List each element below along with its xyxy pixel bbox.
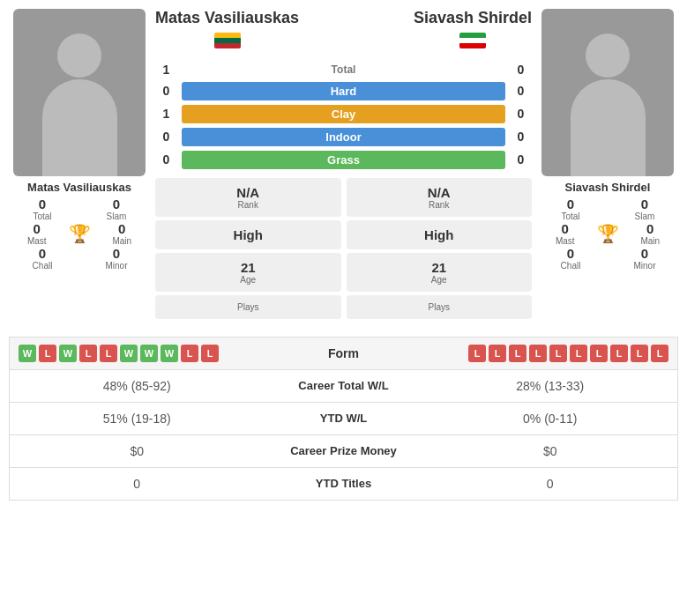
right-center-name: Siavash Shirdel xyxy=(414,9,532,28)
left-center-name: Matas Vasiliauskas xyxy=(155,9,299,28)
right-total-label: Total xyxy=(561,212,579,221)
right-sil-head xyxy=(586,33,630,78)
indoor-right-count: 0 xyxy=(510,130,532,144)
right-stat-main: 0 Main xyxy=(623,221,679,246)
left-level-panel: High xyxy=(155,220,341,249)
left-form-l4: L xyxy=(181,345,198,362)
right-form-l9: L xyxy=(631,345,648,362)
hard-right-count: 0 xyxy=(510,84,532,98)
right-info-panels: N/A Rank High 21 Age Plays xyxy=(347,178,533,319)
right-trophy-icon: 🏆 xyxy=(597,223,619,244)
right-form-l5: L xyxy=(549,345,567,362)
info-panels-row: N/A Rank High 21 Age Plays xyxy=(155,178,532,319)
right-chall-value: 0 xyxy=(567,246,574,261)
total-line: 1 Total 0 xyxy=(155,63,532,77)
left-total-count: 1 xyxy=(155,63,177,77)
right-level-value: High xyxy=(351,227,528,242)
left-mast-label: Mast xyxy=(27,236,47,246)
left-stat-mast: 0 Mast xyxy=(9,221,65,246)
right-player-name: Siavash Shirdel xyxy=(565,181,651,194)
right-mast-label: Mast xyxy=(556,236,575,246)
right-flag xyxy=(459,31,486,54)
left-form-l2: L xyxy=(79,345,97,362)
left-total-label: Total xyxy=(33,212,51,221)
left-plays-value: Plays xyxy=(160,302,337,312)
names-top-row: Matas Vasiliauskas Siavash Shirdel xyxy=(155,9,532,57)
hard-left-count: 0 xyxy=(155,84,177,98)
left-form-w4: W xyxy=(140,345,158,362)
left-player-section: Matas Vasiliauskas 0 Total 0 Slam 0 Mast… xyxy=(9,9,150,271)
career-total-left: 48% (85-92) xyxy=(19,379,256,393)
left-info-panels: N/A Rank High 21 Age Plays xyxy=(155,178,341,319)
left-minor-value: 0 xyxy=(113,246,120,261)
right-player-stats: 0 Total 0 Slam xyxy=(537,197,678,221)
right-stat-minor: 0 Minor xyxy=(611,246,678,271)
hard-badge: Hard xyxy=(182,82,505,100)
right-rank-label: Rank xyxy=(351,200,528,210)
ytd-titles-label: YTD Titles xyxy=(256,477,432,490)
ytd-titles-left: 0 xyxy=(19,477,256,491)
right-form-l4: L xyxy=(529,345,547,362)
left-trophy-icon: 🏆 xyxy=(69,223,91,244)
ir-flag-white xyxy=(459,38,486,43)
prize-money-left: $0 xyxy=(19,444,256,458)
prize-money-label: Career Prize Money xyxy=(256,444,432,457)
right-name-flag: Siavash Shirdel xyxy=(414,9,532,54)
surface-row-hard: 0 Hard 0 xyxy=(155,82,532,100)
right-main-value: 0 xyxy=(646,221,653,236)
surface-row-clay: 1 Clay 0 xyxy=(155,105,532,123)
right-total-value: 0 xyxy=(567,197,574,212)
right-form-l6: L xyxy=(570,345,587,362)
right-plays-panel: Plays xyxy=(347,295,533,319)
career-total-right: 28% (13-33) xyxy=(432,379,669,393)
right-age-label: Age xyxy=(351,275,528,285)
right-trophy-row: 0 Mast 🏆 0 Main xyxy=(537,221,678,246)
right-bottom-stats: 0 Chall 0 Minor xyxy=(537,246,678,271)
ytd-wl-left: 51% (19-18) xyxy=(19,412,256,426)
grass-left-count: 0 xyxy=(155,152,177,167)
stat-row-ytd-wl: 51% (19-18) YTD W/L 0% (0-11) xyxy=(10,403,677,435)
right-form-l7: L xyxy=(590,345,608,362)
left-stat-main: 0 Main xyxy=(94,221,151,246)
clay-left-count: 1 xyxy=(155,107,177,121)
right-slam-value: 0 xyxy=(641,197,648,212)
stat-row-prize-money: $0 Career Prize Money $0 xyxy=(10,435,677,468)
left-stat-total: 0 Total xyxy=(9,197,76,221)
right-rank-panel: N/A Rank xyxy=(347,178,533,217)
right-main-label: Main xyxy=(640,236,660,246)
right-rank-value: N/A xyxy=(351,185,528,200)
right-form-l1: L xyxy=(468,345,486,362)
grass-right-count: 0 xyxy=(510,152,532,167)
indoor-badge: Indoor xyxy=(182,128,505,146)
right-form-l10: L xyxy=(651,345,668,362)
clay-badge: Clay xyxy=(182,105,505,123)
left-name-flag: Matas Vasiliauskas xyxy=(155,9,299,54)
stat-row-ytd-titles: 0 YTD Titles 0 xyxy=(10,468,677,500)
right-level-panel: High xyxy=(347,220,533,249)
right-form-l3: L xyxy=(509,345,526,362)
surface-table: 0 Hard 0 1 Clay 0 0 Indoor 0 0 Grass xyxy=(155,82,532,169)
indoor-left-count: 0 xyxy=(155,130,177,144)
left-sil-body xyxy=(42,79,117,176)
center-column: Matas Vasiliauskas Siavash Shirdel xyxy=(155,9,532,319)
right-stat-total: 0 Total xyxy=(537,197,604,221)
grass-badge: Grass xyxy=(182,151,505,169)
left-slam-value: 0 xyxy=(113,197,120,212)
left-player-avatar xyxy=(13,9,146,176)
left-form-w3: W xyxy=(120,345,138,362)
left-level-value: High xyxy=(160,227,337,242)
left-total-value: 0 xyxy=(39,197,46,212)
left-stat-slam: 0 Slam xyxy=(83,197,150,221)
left-rank-panel: N/A Rank xyxy=(155,178,341,217)
left-chall-value: 0 xyxy=(39,246,46,261)
right-player-silhouette xyxy=(571,33,646,176)
left-player-name: Matas Vasiliauskas xyxy=(27,181,131,194)
left-stat-chall: 0 Chall xyxy=(9,246,76,271)
left-main-value: 0 xyxy=(118,221,125,236)
left-rank-label: Rank xyxy=(160,200,337,210)
left-trophy-row: 0 Mast 🏆 0 Main xyxy=(9,221,150,246)
left-stat-minor: 0 Minor xyxy=(83,246,150,271)
left-age-panel: 21 Age xyxy=(155,253,341,292)
clay-right-count: 0 xyxy=(510,107,532,121)
ir-flag-icon xyxy=(459,33,486,48)
